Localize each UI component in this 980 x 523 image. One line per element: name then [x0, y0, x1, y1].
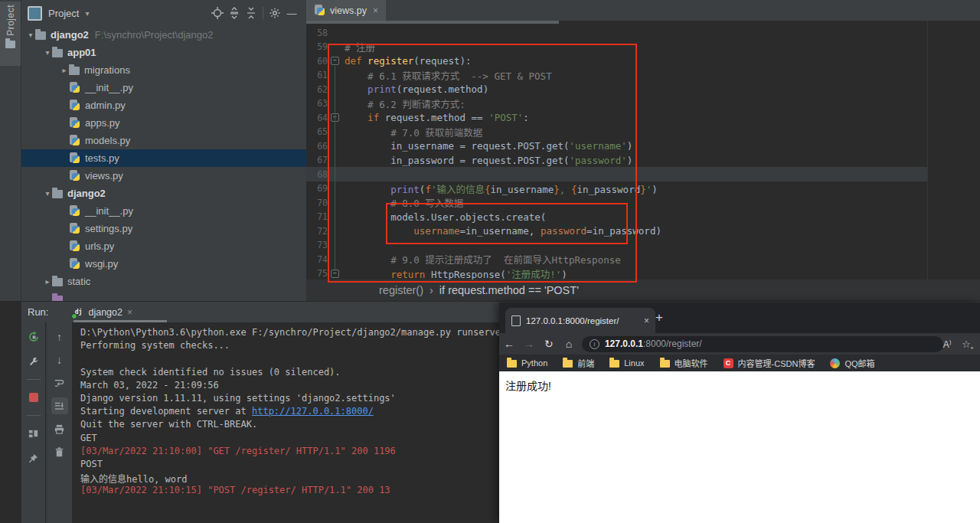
- folder-icon: [69, 67, 80, 75]
- editor-area: views.py × 5859# 注册60−def register(reque…: [306, 0, 980, 301]
- server-url-link[interactable]: http://127.0.0.1:8000/: [252, 406, 374, 417]
- tree-item-app01[interactable]: ▾app01: [21, 44, 306, 61]
- tree-item-tests.py[interactable]: tests.py: [21, 149, 306, 167]
- forward-button[interactable]: →: [519, 338, 539, 350]
- project-panel-title[interactable]: Project: [48, 8, 79, 19]
- line-number: 67: [306, 155, 328, 165]
- browser-tab-strip: 127.0.0.1:8000/register/ × +: [499, 302, 980, 333]
- tree-item-label: tests.py: [85, 152, 119, 164]
- line-number: 70: [306, 198, 328, 208]
- collapse-all-button[interactable]: [243, 5, 260, 21]
- line-number: 64: [306, 113, 328, 123]
- address-bar[interactable]: i 127.0.0.1:8000/register/: [582, 336, 943, 352]
- run-toolbar-primary: [21, 322, 45, 523]
- python-file-icon: [69, 100, 80, 111]
- breadcrumb-function[interactable]: register(): [379, 284, 423, 296]
- tree-item-static[interactable]: ▸static: [21, 273, 306, 290]
- browser-navbar: ← → ↻ ⌂ i 127.0.0.1:8000/register/ A) ☆+: [499, 333, 980, 355]
- home-button[interactable]: ⌂: [559, 338, 579, 350]
- read-aloud-icon[interactable]: A): [943, 338, 952, 350]
- site-info-icon[interactable]: i: [590, 339, 599, 349]
- page-document-icon: [511, 315, 521, 326]
- breadcrumb-statement[interactable]: if request.method == 'POST': [439, 284, 579, 296]
- rerun-button[interactable]: [25, 329, 42, 345]
- python-file-icon: [69, 152, 80, 164]
- tree-item-settings.py[interactable]: settings.py: [21, 220, 306, 237]
- restore-layout-button[interactable]: [25, 425, 42, 442]
- tree-item-urls.py[interactable]: urls.py: [21, 237, 306, 255]
- locate-file-button[interactable]: [209, 5, 226, 21]
- tree-item-django2[interactable]: ▾django2F:\synchro\Project\django2: [21, 26, 306, 44]
- down-stack-trace-button[interactable]: ↓: [51, 351, 68, 368]
- scroll-to-end-button[interactable]: [51, 397, 68, 414]
- bookmark-Linux[interactable]: Linux: [609, 358, 644, 368]
- bookmark-Python[interactable]: Python: [507, 358, 547, 368]
- back-button[interactable]: ←: [499, 338, 519, 350]
- expand-all-button[interactable]: [226, 5, 243, 21]
- line-number: 74: [306, 254, 328, 265]
- tree-item-views.py[interactable]: views.py: [21, 167, 306, 185]
- tree-item-django2[interactable]: ▾django2: [21, 185, 306, 202]
- line-number: 69: [306, 183, 328, 194]
- tree-item-label: __init__.py: [85, 82, 133, 93]
- project-tree: ▾django2F:\synchro\Project\django2▾app01…: [21, 26, 306, 301]
- line-number: 59: [306, 41, 328, 52]
- annotation-rectangle-inner: [386, 203, 628, 244]
- chevron-right-icon[interactable]: ▸: [43, 277, 52, 286]
- bookmark-电脑软件[interactable]: 电脑软件: [660, 357, 708, 369]
- stripe-label-project: Project: [5, 5, 16, 36]
- bookmark-folder-icon: [563, 360, 573, 368]
- soft-wrap-button[interactable]: [51, 374, 68, 391]
- stripe-button-project[interactable]: Project: [0, 2, 21, 66]
- bookmark-folder-icon: [660, 360, 670, 368]
- tree-item-partial[interactable]: [21, 290, 306, 301]
- bookmark-内容管理-CSDN博客[interactable]: C内容管理-CSDN博客: [724, 357, 815, 369]
- close-browser-tab-icon[interactable]: ×: [644, 315, 649, 326]
- tree-item-apps.py[interactable]: apps.py: [21, 114, 306, 132]
- python-file-icon: [69, 117, 80, 129]
- up-stack-trace-button[interactable]: ↑: [51, 329, 68, 345]
- tree-item-label: views.py: [85, 170, 123, 181]
- annotation-rectangle-outer: [328, 44, 637, 283]
- bookmark-QQ邮箱[interactable]: QQ邮箱: [830, 357, 874, 369]
- chevron-down-icon[interactable]: ▾: [85, 9, 89, 18]
- settings-gear-icon[interactable]: [266, 5, 283, 21]
- print-console-button[interactable]: [51, 420, 68, 437]
- bookmark-label: QQ邮箱: [844, 357, 874, 369]
- tree-item-label: admin.py: [85, 100, 126, 111]
- tree-item-admin.py[interactable]: admin.py: [21, 96, 306, 114]
- pin-tab-button[interactable]: [25, 449, 42, 466]
- python-file-icon: [69, 223, 80, 234]
- bookmark-label: Linux: [624, 358, 644, 368]
- chevron-down-icon[interactable]: ▾: [43, 189, 52, 198]
- folder-icon: [52, 296, 63, 301]
- browser-tab-title: 127.0.0.1:8000/register/: [526, 316, 639, 325]
- run-toolbar-secondary: ↑ ↓: [46, 322, 73, 523]
- tree-item-migrations[interactable]: ▸migrations: [21, 61, 306, 79]
- scrollbar-track-divider: [927, 21, 928, 279]
- tree-item-wsgi.py[interactable]: wsgi.py: [21, 255, 306, 273]
- add-favorite-star-icon[interactable]: ☆+: [962, 338, 971, 350]
- run-settings-wrench-icon[interactable]: [25, 353, 42, 370]
- new-tab-button[interactable]: +: [655, 310, 663, 325]
- browser-tab[interactable]: 127.0.0.1:8000/register/ ×: [505, 308, 655, 333]
- tree-item-label: urls.py: [85, 240, 114, 252]
- clear-console-trash-icon[interactable]: [51, 443, 68, 460]
- stop-button[interactable]: [25, 389, 42, 406]
- chevron-down-icon[interactable]: ▾: [26, 31, 35, 39]
- tree-item-label: __init__.py: [85, 205, 133, 217]
- tree-item-__init__.py[interactable]: __init__.py: [21, 79, 306, 96]
- close-run-tab-icon[interactable]: ×: [127, 307, 132, 318]
- bookmark-label: 前端: [577, 357, 594, 369]
- tree-item-__init__.py[interactable]: __init__.py: [21, 202, 306, 220]
- hide-panel-button[interactable]: —: [283, 5, 300, 21]
- url-text: 127.0.0.1:8000/register/: [605, 338, 702, 349]
- breadcrumb-separator: ›: [430, 284, 433, 296]
- chevron-right-icon[interactable]: ▸: [60, 66, 69, 74]
- run-tab-django2[interactable]: dj django2 ×: [67, 302, 139, 322]
- chevron-down-icon[interactable]: ▾: [43, 48, 52, 57]
- refresh-button[interactable]: ↻: [539, 338, 559, 350]
- bookmark-前端[interactable]: 前端: [563, 357, 594, 369]
- run-label: Run:: [28, 306, 48, 318]
- tree-item-models.py[interactable]: models.py: [21, 132, 306, 149]
